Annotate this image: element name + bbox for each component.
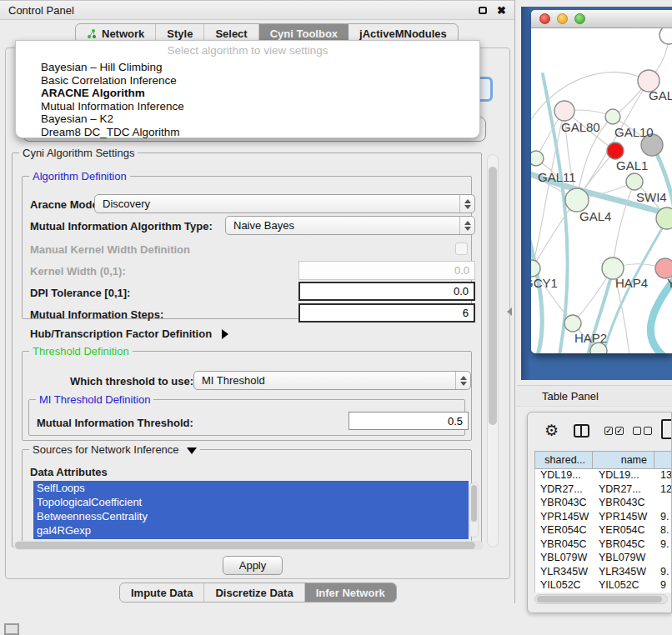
dropdown-prompt: Select algorithm to view settings bbox=[16, 44, 479, 61]
close-traffic-light-icon[interactable] bbox=[539, 13, 550, 24]
network-edge[interactable] bbox=[531, 227, 542, 353]
network-edge[interactable] bbox=[532, 111, 564, 268]
algorithm-option-basic-correlation-inference[interactable]: Basic Correlation Inference bbox=[16, 74, 479, 88]
table-cell bbox=[655, 497, 672, 511]
table-cell: YDR27... bbox=[594, 483, 655, 498]
manual-kernel-label: Manual Kernel Width Definition bbox=[30, 243, 190, 256]
table-row[interactable]: YIL052CYIL052C9 bbox=[535, 579, 672, 592]
network-node-gal80[interactable] bbox=[554, 101, 574, 121]
attribute-item-gal4rgexp[interactable]: gal4RGexp bbox=[33, 523, 469, 538]
table-row[interactable]: YBR045CYBR045C9. bbox=[535, 538, 672, 552]
attribute-list-scrollbar[interactable] bbox=[469, 482, 479, 538]
algorithm-option-mutual-information-inference[interactable]: Mutual Information Inference bbox=[16, 100, 479, 113]
mi-type-select[interactable]: Naive Bayes bbox=[225, 216, 475, 235]
mi-steps-field[interactable] bbox=[298, 303, 475, 322]
manual-kernel-checkbox[interactable] bbox=[455, 242, 468, 255]
network-edge[interactable] bbox=[532, 200, 577, 268]
float-panel-icon[interactable] bbox=[479, 7, 487, 14]
node-label-gal: GAL bbox=[649, 88, 672, 102]
algorithm-option-bayesian-hill-climbing[interactable]: Bayesian – Hill Climbing bbox=[16, 61, 479, 74]
table-row[interactable]: YDR27...YDR27...12 bbox=[535, 483, 672, 498]
table-cell: YIL052C bbox=[594, 579, 655, 592]
bottom-tabbar: Impute DataDiscretize DataInfer Network bbox=[119, 582, 397, 602]
network-node[interactable] bbox=[607, 142, 624, 159]
algorithm-option-aracne-algorithm[interactable]: ARACNE Algorithm bbox=[16, 87, 479, 100]
bottom-tab-discretize-data[interactable]: Discretize Data bbox=[204, 583, 304, 602]
table-horizontal-scrollbar[interactable] bbox=[534, 594, 668, 604]
table-row[interactable]: YBR043CYBR043C bbox=[535, 497, 672, 511]
columns-icon[interactable] bbox=[574, 424, 589, 438]
table-cell: YPR145W bbox=[594, 511, 655, 525]
network-node-gal10[interactable] bbox=[605, 109, 620, 124]
splitter-collapse-icon[interactable] bbox=[507, 308, 512, 316]
node-label-gal10: GAL10 bbox=[614, 125, 654, 139]
node-label-gal11: GAL11 bbox=[538, 170, 576, 184]
table-cell: YLR345W bbox=[594, 566, 655, 580]
tab-label: Cyni Toolbox bbox=[270, 28, 338, 40]
mi-type-label: Mutual Information Algorithm Type: bbox=[30, 220, 213, 232]
settings-horizontal-scrollbar[interactable] bbox=[13, 541, 484, 550]
which-threshold-select[interactable]: MI Threshold bbox=[193, 371, 471, 390]
node-label-hap4: HAP4 bbox=[615, 276, 648, 290]
close-icon[interactable]: ✖ bbox=[497, 4, 506, 17]
attribute-item-selfloops[interactable]: SelfLoops bbox=[33, 481, 469, 495]
kernel-width-field[interactable] bbox=[298, 261, 475, 280]
network-edge[interactable] bbox=[613, 182, 634, 268]
network-node-swi4[interactable] bbox=[656, 208, 672, 229]
network-node[interactable] bbox=[659, 28, 672, 44]
attribute-item-topologicalcoefficient[interactable]: TopologicalCoefficient bbox=[33, 495, 469, 509]
cyni-settings-legend: Cyni Algorithm Settings bbox=[19, 147, 138, 159]
node-label-gal4: GAL4 bbox=[579, 209, 611, 223]
mi-threshold-label: Mutual Information Threshold: bbox=[37, 417, 193, 429]
network-canvas[interactable]: GALGAL80GAL10GAL11GAL1GAL4SWI4GCY1HAP4YH… bbox=[531, 28, 672, 353]
algorithm-option-bayesian-k2[interactable]: Bayesian – K2 bbox=[16, 112, 479, 126]
column-header-shared[interactable]: shared... bbox=[534, 451, 593, 469]
bottom-tab-infer-network[interactable]: Infer Network bbox=[305, 583, 396, 602]
gear-icon[interactable]: ⚙ bbox=[544, 421, 559, 440]
minimize-traffic-light-icon[interactable] bbox=[557, 13, 568, 24]
network-node-gal4[interactable] bbox=[565, 188, 589, 212]
page-icon[interactable] bbox=[661, 419, 672, 439]
table-cell: 9. bbox=[655, 538, 672, 552]
network-node-hap2[interactable] bbox=[564, 315, 581, 332]
node-table: shared...name YDL19...YDL19...13YDR27...… bbox=[534, 451, 672, 592]
network-node-gal11[interactable] bbox=[531, 151, 544, 166]
node-label-y: Y bbox=[667, 276, 672, 290]
table-row[interactable]: YPR145WYPR145W9. bbox=[535, 511, 672, 525]
table-row[interactable]: YBL079WYBL079W bbox=[535, 552, 672, 566]
apply-button[interactable]: Apply bbox=[223, 556, 283, 575]
table-panel-title: Table Panel bbox=[542, 390, 599, 402]
mi-threshold-legend: MI Threshold Definition bbox=[36, 393, 153, 406]
table-cell: YIL052C bbox=[535, 579, 594, 592]
network-node-gal1[interactable] bbox=[626, 173, 643, 190]
node-label-gal80: GAL80 bbox=[561, 120, 600, 134]
algorithm-option-dream8-dc-tdc-algorithm[interactable]: Dream8 DC_TDC Algorithm bbox=[16, 126, 479, 139]
table-row[interactable]: YLR345WYLR345W9. bbox=[535, 566, 672, 580]
table-window: ⚙ ✓✓ shared...name YDL19...YDL19...13YDR… bbox=[527, 412, 672, 613]
algorithm-definition-legend: Algorithm Definition bbox=[29, 170, 130, 182]
data-attributes-list[interactable]: SelfLoopsTopologicalCoefficientBetweenne… bbox=[33, 481, 469, 539]
bottom-tab-impute-data[interactable]: Impute Data bbox=[120, 583, 204, 602]
mi-type-value: Naive Bayes bbox=[226, 219, 459, 232]
hub-definition-toggle[interactable]: Hub/Transcription Factor Definition bbox=[30, 328, 228, 340]
attribute-item-betweennesscentrality[interactable]: BetweennessCentrality bbox=[33, 509, 469, 523]
minimized-panel-icon[interactable] bbox=[4, 623, 19, 635]
aracne-mode-select[interactable]: Discovery bbox=[94, 194, 475, 213]
table-cell: 8. bbox=[655, 524, 672, 538]
settings-vertical-scrollbar[interactable] bbox=[487, 154, 499, 548]
table-cell: YPR145W bbox=[535, 511, 594, 525]
dpi-tolerance-field[interactable] bbox=[298, 282, 475, 301]
zoom-traffic-light-icon[interactable] bbox=[574, 13, 585, 24]
table-row[interactable]: YDL19...YDL19...13 bbox=[535, 469, 672, 483]
tab-label: jActiveMNodules bbox=[359, 28, 447, 40]
deselect-all-icon[interactable] bbox=[633, 427, 652, 435]
tab-label: Network bbox=[102, 28, 144, 40]
select-all-icon[interactable]: ✓✓ bbox=[604, 427, 624, 435]
node-label-gal1: GAL1 bbox=[616, 158, 648, 172]
column-header-cut[interactable] bbox=[654, 451, 672, 469]
mi-threshold-field[interactable] bbox=[349, 412, 469, 430]
table-row[interactable]: YER054CYER054C8. bbox=[535, 524, 672, 538]
table-cell: YBR043C bbox=[535, 497, 594, 511]
sources-legend[interactable]: Sources for Network Inference bbox=[29, 443, 200, 456]
column-header-name[interactable]: name bbox=[593, 451, 654, 469]
